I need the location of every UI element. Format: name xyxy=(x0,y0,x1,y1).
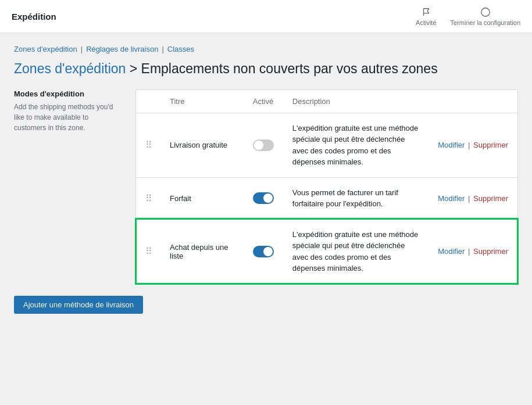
method-description: L'expédition gratuite est une méthode sp… xyxy=(292,229,419,274)
toggle-thumb xyxy=(263,247,273,256)
action-links: Modifier | Supprimer xyxy=(438,141,508,149)
row-toggle-cell xyxy=(244,113,283,177)
breadcrumb-settings[interactable]: Réglages de livraison xyxy=(86,45,158,53)
action-sep: | xyxy=(468,194,472,203)
row-name-cell: Livraison gratuite xyxy=(160,113,244,177)
activity-label: Activité xyxy=(416,19,436,26)
activity-button[interactable]: Activité xyxy=(416,6,436,26)
row-actions-cell: Modifier | Supprimer xyxy=(429,177,517,219)
shipping-methods-table-container: Titre Activé Description ⠿ Livraison gra… xyxy=(135,89,518,284)
row-desc-cell: Vous permet de facturer un tarif forfait… xyxy=(283,177,429,219)
drag-handle-icon[interactable]: ⠿ xyxy=(145,193,151,203)
action-sep: | xyxy=(468,247,472,256)
breadcrumb-sep-1: | xyxy=(81,45,83,53)
shipping-modes-sidebar: Modes d'expédition Add the shipping meth… xyxy=(14,89,122,284)
table-row: ⠿ Forfait Vous permet de facturer un tar… xyxy=(136,177,517,219)
toggle-achat-liste[interactable] xyxy=(253,246,274,257)
sidebar-title: Modes d'expédition xyxy=(14,89,122,98)
table-header-row: Titre Activé Description xyxy=(136,90,517,113)
shipping-methods-table: Titre Activé Description ⠿ Livraison gra… xyxy=(136,90,517,284)
row-toggle-cell xyxy=(244,219,283,284)
delete-link[interactable]: Supprimer xyxy=(473,247,508,256)
row-actions-cell: Modifier | Supprimer xyxy=(429,113,517,177)
action-links: Modifier | Supprimer xyxy=(438,194,508,203)
page-content: Zones d'expédition | Réglages de livrais… xyxy=(0,33,532,325)
edit-link[interactable]: Modifier xyxy=(438,141,465,149)
circle-icon xyxy=(480,6,491,18)
edit-link[interactable]: Modifier xyxy=(438,194,465,203)
add-button-wrapper: Ajouter une méthode de livraison xyxy=(14,296,518,314)
delete-link[interactable]: Supprimer xyxy=(473,141,508,149)
row-toggle-cell xyxy=(244,177,283,219)
col-description: Description xyxy=(283,90,429,113)
finish-config-button[interactable]: Terminer la configuration xyxy=(451,6,520,26)
method-name: Achat depuis une liste xyxy=(170,243,228,260)
main-layout: Modes d'expédition Add the shipping meth… xyxy=(14,89,518,284)
method-name: Livraison gratuite xyxy=(170,141,227,149)
col-titre: Titre xyxy=(160,90,244,113)
page-title: Zones d'expédition > Emplacements non co… xyxy=(14,60,518,78)
finish-config-label: Terminer la configuration xyxy=(451,19,520,26)
row-actions-cell: Modifier | Supprimer xyxy=(429,219,517,284)
drag-handle-icon[interactable]: ⠿ xyxy=(145,140,151,150)
svg-point-0 xyxy=(481,8,490,16)
toggle-forfait[interactable] xyxy=(253,192,274,204)
toggle-livraison-gratuite[interactable] xyxy=(253,139,274,151)
col-active: Activé xyxy=(244,90,283,113)
header-actions: Activité Terminer la configuration xyxy=(416,6,520,26)
breadcrumb-sep-2: | xyxy=(162,45,163,53)
sidebar-description: Add the shipping methods you'd like to m… xyxy=(14,102,122,133)
flag-icon xyxy=(420,6,432,18)
breadcrumb: Zones d'expédition | Réglages de livrais… xyxy=(14,45,518,53)
breadcrumb-classes[interactable]: Classes xyxy=(167,45,194,53)
page-title-rest: > Emplacements non couverts par vos autr… xyxy=(126,61,437,76)
method-name: Forfait xyxy=(170,194,191,203)
delete-link[interactable]: Supprimer xyxy=(473,194,508,203)
toggle-thumb xyxy=(254,141,263,150)
row-name-cell: Forfait xyxy=(160,177,244,219)
add-shipping-method-button[interactable]: Ajouter une méthode de livraison xyxy=(14,296,143,314)
col-drag xyxy=(136,90,160,113)
edit-link[interactable]: Modifier xyxy=(438,247,465,256)
app-title: Expédition xyxy=(12,12,56,21)
row-name-cell: Achat depuis une liste xyxy=(160,219,244,284)
breadcrumb-zones[interactable]: Zones d'expédition xyxy=(14,45,77,53)
drag-handle-cell: ⠿ xyxy=(136,177,160,219)
method-description: L'expédition gratuite est une méthode sp… xyxy=(292,123,419,168)
col-actions xyxy=(429,90,517,113)
table-row: ⠿ Livraison gratuite L'expédition gratui… xyxy=(136,113,517,177)
toggle-thumb xyxy=(263,193,273,203)
drag-handle-cell: ⠿ xyxy=(136,113,160,177)
row-desc-cell: L'expédition gratuite est une méthode sp… xyxy=(283,219,429,284)
method-description: Vous permet de facturer un tarif forfait… xyxy=(292,187,419,210)
action-sep: | xyxy=(468,141,472,149)
action-links: Modifier | Supprimer xyxy=(438,247,508,256)
drag-handle-cell: ⠿ xyxy=(136,219,160,284)
app-header: Expédition Activité Terminer la configur… xyxy=(0,0,532,33)
row-desc-cell: L'expédition gratuite est une méthode sp… xyxy=(283,113,429,177)
drag-handle-icon[interactable]: ⠿ xyxy=(145,246,151,256)
table-row: ⠿ Achat depuis une liste L'expédition gr… xyxy=(136,219,517,284)
zones-link[interactable]: Zones d'expédition xyxy=(14,61,126,76)
